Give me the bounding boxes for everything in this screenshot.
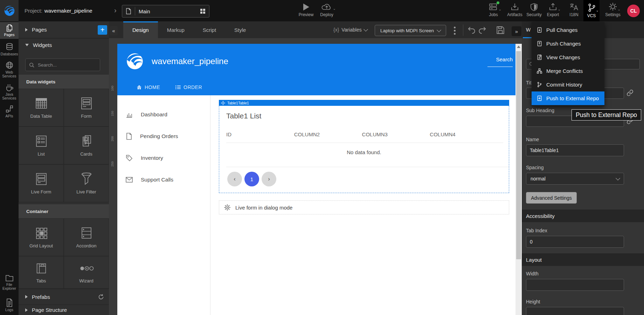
spacing-select[interactable]: normal xyxy=(526,173,624,185)
i18n-button[interactable]: I18N xyxy=(566,2,582,17)
sidebar-item-support-calls[interactable]: Support Calls xyxy=(117,169,210,191)
widget-tile-label: Live Filter xyxy=(76,189,96,194)
tab-design[interactable]: Design xyxy=(123,21,158,38)
column-header[interactable]: COLUMN3 xyxy=(362,131,430,143)
refresh-icon[interactable] xyxy=(98,294,104,300)
widget-tile-list[interactable]: List xyxy=(19,126,64,164)
more-options-button[interactable] xyxy=(452,25,457,36)
widget-tile-live-filter[interactable]: Live Filter xyxy=(64,164,109,202)
nav-item-order[interactable]: ORDER xyxy=(175,84,202,90)
live-form-widget[interactable]: Live form in dialog mode xyxy=(219,200,509,214)
data-table-widget[interactable]: Table1 List ID COLUMN2 COLUMN3 COLUMN4 N… xyxy=(219,106,509,193)
pagination-prev-button[interactable]: ‹ xyxy=(227,172,242,186)
tab-style[interactable]: Style xyxy=(225,21,255,38)
app-body: Dashboard Pending Orders Inventory xyxy=(117,95,515,315)
undo-button[interactable] xyxy=(467,26,476,35)
widget-tile-live-form[interactable]: Live Form xyxy=(19,164,64,202)
sidebar-item-inventory[interactable]: Inventory xyxy=(117,147,210,169)
user-avatar[interactable]: CL xyxy=(627,5,640,17)
tab-markup[interactable]: Markup xyxy=(158,21,194,38)
widget-tile-data-table[interactable]: Data Table xyxy=(19,89,64,126)
menu-item-push-to-external-repo[interactable]: Push to External Repo xyxy=(532,91,604,105)
menu-item-push-changes[interactable]: Push Changes xyxy=(532,37,604,50)
ruler-mark: 100 xyxy=(111,85,114,91)
prefabs-section-header[interactable]: Prefabs xyxy=(19,289,109,304)
page-tab-main[interactable]: Main xyxy=(122,5,209,18)
pages-collapse-arrow-icon[interactable] xyxy=(25,28,28,32)
vcs-button[interactable]: ⌄ VCS xyxy=(583,0,600,21)
redo-button[interactable] xyxy=(478,26,487,35)
export-button[interactable]: ⌄ Export xyxy=(544,2,562,17)
sidebar-item-dashboard[interactable]: Dashboard xyxy=(117,104,210,125)
save-button[interactable] xyxy=(496,26,505,35)
layout-section-header[interactable]: Layout xyxy=(522,253,644,266)
column-header[interactable]: COLUMN4 xyxy=(430,131,498,143)
scrollbar-thumb[interactable] xyxy=(516,51,521,259)
wavemaker-logo[interactable] xyxy=(0,0,19,21)
sidebar-item-label: Dashboard xyxy=(141,111,167,118)
settings-button[interactable]: ⌄ Settings xyxy=(603,2,623,17)
rail-item-apis[interactable]: APIs xyxy=(0,103,19,118)
table-divider xyxy=(226,167,509,167)
page-structure-section-header[interactable]: Page Structure xyxy=(19,304,109,315)
device-chevron-icon xyxy=(437,28,441,32)
add-page-button[interactable]: + xyxy=(98,25,107,35)
nav-item-home[interactable]: HOME xyxy=(137,84,160,90)
merge-conflicts-icon xyxy=(536,68,542,74)
menu-item-pull-changes[interactable]: Pull Changes xyxy=(532,23,604,37)
canvas-scrollbar[interactable] xyxy=(515,44,522,315)
widget-tile-grid-layout[interactable]: Grid Layout xyxy=(19,218,64,256)
grid-view-icon[interactable] xyxy=(200,8,206,14)
pagination-page-1[interactable]: 1 xyxy=(244,172,259,186)
widget-selection-bar[interactable]: Table1Table1 xyxy=(219,100,509,106)
security-label: Security xyxy=(526,12,541,17)
widget-tile-wizard[interactable]: Wizard xyxy=(64,256,109,289)
menu-item-label: Merge Conflicts xyxy=(546,68,583,74)
menu-item-label: Pull Changes xyxy=(546,27,577,33)
widget-tile-accordion[interactable]: Accordion xyxy=(64,218,109,256)
tab-script-label: Script xyxy=(203,27,216,33)
accordion-icon xyxy=(79,226,94,240)
widget-search-input[interactable] xyxy=(37,62,90,68)
collapse-panel-button[interactable]: « xyxy=(110,26,118,35)
search-icon xyxy=(29,62,34,68)
rail-item-databases[interactable]: Databases xyxy=(0,41,19,56)
column-header[interactable]: COLUMN2 xyxy=(294,131,362,143)
height-field-input[interactable] xyxy=(526,307,624,315)
bind-link-icon[interactable] xyxy=(626,89,635,97)
menu-item-commit-history[interactable]: Commit History xyxy=(532,78,604,91)
widget-tile-tabs[interactable]: Tabs xyxy=(19,256,64,289)
pagination-next-button[interactable]: › xyxy=(262,172,276,186)
security-button[interactable]: Security xyxy=(525,2,543,17)
width-field-input[interactable] xyxy=(526,279,624,291)
advanced-settings-button[interactable]: Advanced Settings xyxy=(526,192,577,204)
widget-tile-cards[interactable]: Cards xyxy=(64,126,109,164)
preview-button[interactable]: Preview xyxy=(296,2,316,17)
device-selector[interactable]: Laptop with MDPI Screen xyxy=(375,25,446,36)
menu-item-view-changes[interactable]: View Changes xyxy=(532,50,604,64)
widget-tile-form[interactable]: Form xyxy=(64,89,109,126)
tabindex-field-input[interactable] xyxy=(526,236,624,248)
deploy-button[interactable]: ⌄ Deploy xyxy=(317,2,337,17)
sidebar-item-pending-orders[interactable]: Pending Orders xyxy=(117,125,210,147)
app-search-input[interactable]: Search xyxy=(487,56,513,67)
artifacts-button[interactable]: Artifacts xyxy=(504,2,525,17)
rail-item-web-services[interactable]: Web Services xyxy=(0,60,19,78)
name-field-input[interactable] xyxy=(526,144,624,156)
expand-panel-button[interactable]: » xyxy=(512,26,521,36)
jobs-button[interactable]: ⌄ Jobs xyxy=(485,2,502,17)
menu-item-merge-conflicts[interactable]: Merge Conflicts xyxy=(532,64,604,78)
widget-search[interactable] xyxy=(25,59,100,71)
rail-item-logs[interactable]: Logs xyxy=(0,297,19,312)
tab-script[interactable]: Script xyxy=(194,21,225,38)
widgets-section-header[interactable]: Widgets xyxy=(19,38,109,52)
variables-label: Variables xyxy=(341,27,361,33)
column-header[interactable]: ID xyxy=(226,131,294,143)
rail-item-file-explorer[interactable]: File Explorer xyxy=(0,273,19,290)
variables-button[interactable]: {x} Variables xyxy=(333,21,367,38)
widget-tile-label: Cards xyxy=(80,151,92,157)
rail-item-java-services[interactable]: Java Services xyxy=(0,82,19,100)
rail-item-pages[interactable]: Pages xyxy=(0,22,19,39)
scrollbar-up-arrow[interactable] xyxy=(517,46,520,48)
accessibility-section-header[interactable]: Accessibility xyxy=(522,210,644,222)
